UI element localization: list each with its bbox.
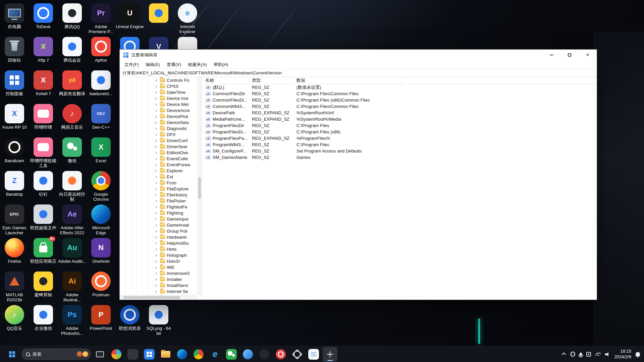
expand-arrow-icon[interactable]: ›	[155, 252, 160, 257]
tree-item-holosi[interactable]: ›HoloSI	[120, 258, 197, 264]
taskbar-colorful-browser[interactable]	[109, 347, 124, 362]
tree-item-editionove[interactable]: ›EditionOve	[120, 149, 197, 156]
desktop-icon-firefox[interactable]: Firefox	[0, 238, 29, 264]
desktop-icon-beecut[interactable]: 蜜蜂剪辑	[29, 272, 58, 297]
expand-arrow-icon[interactable]: ›	[155, 77, 160, 82]
tree-item-ext[interactable]: ›Ext	[120, 174, 197, 180]
taskbar-red-recorder[interactable]	[273, 347, 288, 362]
registry-value-row-programfilesdi[interactable]: abProgramFilesDi...REG_SZC:\Program File…	[202, 129, 597, 135]
desktop-icon-adobe-premiere-pro[interactable]: PrAdobe Premiere P...	[87, 3, 115, 35]
expand-arrow-icon[interactable]: ›	[155, 120, 160, 125]
tree-item-ime[interactable]: ›IME	[120, 264, 197, 270]
tree-item-hints[interactable]: ›Hints	[120, 246, 197, 252]
tray-wifi-icon[interactable]	[595, 353, 601, 356]
tree-item-gameinput[interactable]: ›GameInput	[120, 216, 197, 222]
expand-arrow-icon[interactable]: ›	[155, 246, 160, 251]
expand-arrow-icon[interactable]: ›	[155, 156, 160, 161]
taskbar-blue-grid-app[interactable]	[142, 347, 157, 362]
desktop-icon-adobe-audition[interactable]: AuAdobe Auditi...	[58, 238, 87, 264]
expand-arrow-icon[interactable]: ›	[155, 83, 160, 88]
expand-arrow-icon[interactable]: ›	[155, 216, 160, 221]
registry-value-row-commonw643[interactable]: abCommonW643...REG_SZC:\Program Files\Co…	[202, 103, 597, 110]
desktop-icon-tencent-qq[interactable]: 腾讯QQ	[58, 3, 87, 29]
expand-arrow-icon[interactable]: ›	[155, 162, 160, 167]
tree-item-driverconf[interactable]: ›DriverConf	[120, 137, 197, 143]
desktop-icon-youdao-translate[interactable]: yd网易有道翻译	[58, 70, 87, 96]
expand-arrow-icon[interactable]: ›	[155, 144, 160, 149]
scrollbar-thumb[interactable]	[123, 296, 180, 299]
address-bar[interactable]: 计算机\HKEY_LOCAL_MACHINE\SOFTWARE\Microsof…	[120, 69, 597, 77]
menu-item-edit[interactable]: 编辑(E)	[142, 60, 163, 69]
tree-item-devicesetu[interactable]: ›DeviceSetu	[120, 119, 197, 125]
expand-arrow-icon[interactable]: ›	[155, 222, 160, 227]
registry-value-row-commonfilesdir[interactable]: abCommonFilesDirREG_SZC:\Program Files\C…	[202, 90, 597, 97]
tree-item-fcon[interactable]: ›Fcon	[120, 180, 197, 186]
expand-arrow-icon[interactable]: ›	[155, 198, 160, 203]
taskbar-internet-explorer[interactable]: e	[208, 347, 222, 362]
tree-horizontal-scrollbar[interactable]	[120, 295, 197, 300]
window-titlebar[interactable]: 注册表编辑器 ×	[120, 50, 597, 60]
expand-arrow-icon[interactable]: ›	[155, 102, 160, 107]
tree-item-filehistory[interactable]: ›FileHistory	[120, 192, 197, 198]
registry-value-row-programfilesdir[interactable]: abProgramFilesDirREG_SZC:\Program Files	[202, 122, 597, 129]
desktop-icon-lenovo-app-store[interactable]: 9+联想应用商店	[29, 238, 58, 264]
desktop-icon-tencent-meeting[interactable]: 腾讯会议	[58, 37, 87, 63]
desktop-icon-bilibili[interactable]: 哔哩哔哩	[29, 104, 58, 130]
desktop-icon-lenovo-super-file[interactable]: 联想超级文件	[29, 204, 58, 230]
column-header-data[interactable]: 数据	[294, 77, 401, 84]
desktop-icon-this-pc[interactable]: 此电脑	[0, 3, 29, 29]
desktop-icon-wechat[interactable]: 微信	[58, 137, 87, 163]
desktop-icon-epic-games-launcher[interactable]: EPICEpic Games Launcher	[0, 204, 29, 236]
desktop-icon-dingtalk[interactable]: 钉钉	[29, 171, 58, 197]
tree-item-flighting[interactable]: ›Flighting	[120, 210, 197, 216]
tree-item-dpx[interactable]: ›DPX	[120, 131, 197, 137]
menu-item-help[interactable]: 帮助(H)	[210, 60, 232, 69]
taskbar-blue-messenger[interactable]	[240, 347, 255, 362]
desktop-icon-sunlogin[interactable]: 向日葵远程控制	[58, 171, 87, 202]
desktop-icon-lenovo-browser[interactable]: 联想浏览器	[115, 305, 144, 331]
desktop-icon-qq-music[interactable]: ♪QQ音乐	[0, 305, 29, 331]
tree-item-eventforwa[interactable]: ›EventForwa	[120, 162, 197, 168]
tree-item-diagnostic[interactable]: ›Diagnostic	[120, 125, 197, 131]
desktop-icon-recycle-bin[interactable]: 回收站	[0, 37, 29, 63]
desktop-icon-unreal-engine[interactable]: UUnreal Engine	[115, 3, 144, 29]
taskbar-dark-app[interactable]	[125, 347, 140, 362]
expand-arrow-icon[interactable]: ›	[155, 180, 160, 185]
expand-arrow-icon[interactable]: ›	[155, 132, 160, 137]
desktop-icon-powerpoint[interactable]: PPowerPoint	[87, 305, 115, 331]
tree-item-deviceacce[interactable]: ›DeviceAcce	[120, 107, 197, 113]
desktop-icon-postman[interactable]: Postman	[87, 272, 115, 297]
expand-arrow-icon[interactable]: ›	[155, 240, 160, 245]
expand-arrow-icon[interactable]: ›	[155, 150, 160, 155]
expand-arrow-icon[interactable]: ›	[155, 186, 160, 191]
registry-value-row-mediapathune[interactable]: abMediaPathUne...REG_EXPAND_SZ%SystemRoo…	[202, 116, 597, 122]
tree-item-fileexplore[interactable]: ›FileExplore	[120, 186, 197, 192]
desktop-icon-wecom[interactable]: 企业微信	[29, 305, 58, 331]
taskbar-settings[interactable]	[290, 347, 305, 362]
taskbar-chrome-browser[interactable]	[191, 347, 206, 362]
minimize-button[interactable]	[542, 50, 560, 60]
taskbar-notepad[interactable]	[306, 347, 321, 362]
desktop-icon-adobe-photoshop[interactable]: PsAdobe Photosho...	[58, 305, 87, 336]
desktop-icon-yuanqi-app[interactable]	[144, 3, 173, 24]
tree-item-filepicker[interactable]: ›FilePicker	[120, 198, 197, 204]
tree-item-installer[interactable]: ›Installer	[120, 276, 197, 282]
expand-arrow-icon[interactable]: ›	[155, 283, 160, 288]
column-header-name[interactable]: 名称	[202, 77, 249, 84]
taskbar-dark-circle-app[interactable]	[257, 347, 272, 362]
menu-item-view[interactable]: 查看(V)	[163, 60, 184, 69]
column-header-type[interactable]: 类型	[249, 77, 294, 84]
expand-arrow-icon[interactable]: ›	[155, 228, 160, 233]
expand-arrow-icon[interactable]: ›	[155, 204, 160, 209]
expand-arrow-icon[interactable]: ›	[155, 89, 160, 95]
tree-item-group-poli[interactable]: ›Group Poli	[120, 228, 197, 234]
tray-clock[interactable]: 18:15 2024/2/9	[614, 349, 631, 360]
desktop-icon-dev-cpp[interactable]: DEVDev-C++	[87, 104, 115, 130]
tree-item-device-inst[interactable]: ›Device Inst	[120, 95, 197, 101]
desktop-icon-adobe-illustrator[interactable]: AiAdobe Illustrat...	[58, 272, 87, 303]
tree-item-eventcolle[interactable]: ›EventColle	[120, 156, 197, 162]
registry-value-row-sm-configurep[interactable]: abSM_ConfigureP...REG_SZSet Program Acce…	[202, 148, 597, 154]
expand-arrow-icon[interactable]: ›	[155, 289, 160, 294]
expand-arrow-icon[interactable]: ›	[155, 192, 160, 197]
tree-item-holograph[interactable]: ›Holograph	[120, 252, 197, 258]
